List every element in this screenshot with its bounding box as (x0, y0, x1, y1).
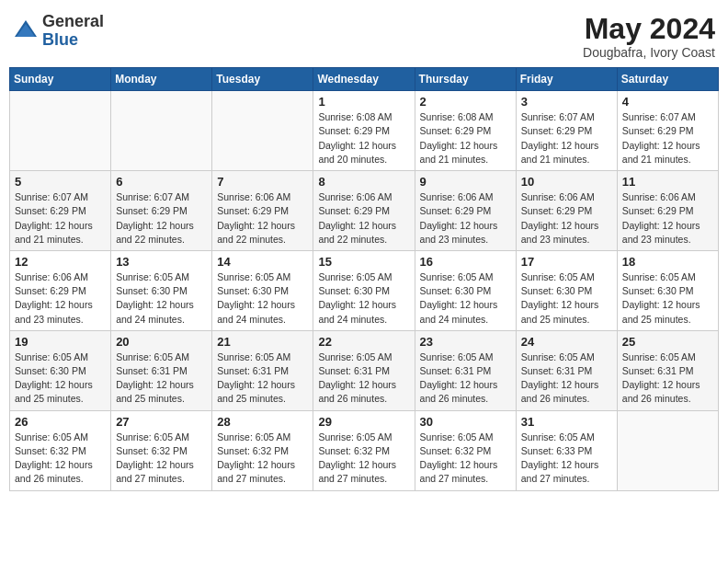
calendar-cell: 30Sunrise: 6:05 AM Sunset: 6:32 PM Dayli… (415, 410, 516, 490)
day-number: 17 (521, 255, 612, 269)
day-info: Sunrise: 6:05 AM Sunset: 6:30 PM Dayligh… (622, 270, 713, 327)
calendar-cell: 10Sunrise: 6:06 AM Sunset: 6:29 PM Dayli… (516, 171, 617, 251)
month-year: May 2024 (583, 13, 715, 45)
day-info: Sunrise: 6:05 AM Sunset: 6:31 PM Dayligh… (420, 350, 511, 407)
calendar-cell (111, 91, 212, 171)
logo: General Blue (13, 13, 104, 50)
header-wednesday: Wednesday (313, 68, 415, 91)
day-info: Sunrise: 6:06 AM Sunset: 6:29 PM Dayligh… (318, 190, 409, 247)
day-info: Sunrise: 6:05 AM Sunset: 6:32 PM Dayligh… (318, 431, 409, 487)
calendar-cell: 28Sunrise: 6:05 AM Sunset: 6:32 PM Dayli… (212, 410, 313, 490)
calendar-cell: 1Sunrise: 6:08 AM Sunset: 6:29 PM Daylig… (313, 91, 415, 171)
calendar-cell: 15Sunrise: 6:05 AM Sunset: 6:30 PM Dayli… (313, 250, 415, 330)
day-number: 10 (521, 175, 612, 189)
day-number: 13 (116, 255, 207, 269)
calendar-cell: 7Sunrise: 6:06 AM Sunset: 6:29 PM Daylig… (212, 171, 313, 251)
week-row-4: 26Sunrise: 6:05 AM Sunset: 6:32 PM Dayli… (10, 410, 719, 490)
day-number: 12 (15, 255, 106, 269)
calendar-cell: 23Sunrise: 6:05 AM Sunset: 6:31 PM Dayli… (415, 330, 516, 410)
day-info: Sunrise: 6:06 AM Sunset: 6:29 PM Dayligh… (420, 190, 511, 247)
calendar-cell: 9Sunrise: 6:06 AM Sunset: 6:29 PM Daylig… (415, 171, 516, 251)
day-number: 1 (318, 95, 409, 109)
day-number: 9 (420, 175, 511, 189)
day-info: Sunrise: 6:05 AM Sunset: 6:32 PM Dayligh… (15, 431, 106, 487)
calendar-cell: 3Sunrise: 6:07 AM Sunset: 6:29 PM Daylig… (516, 91, 617, 171)
header-tuesday: Tuesday (212, 68, 313, 91)
day-info: Sunrise: 6:05 AM Sunset: 6:31 PM Dayligh… (217, 350, 308, 407)
calendar-cell: 18Sunrise: 6:05 AM Sunset: 6:30 PM Dayli… (617, 250, 718, 330)
day-number: 22 (318, 335, 409, 349)
day-info: Sunrise: 6:05 AM Sunset: 6:30 PM Dayligh… (420, 270, 511, 327)
day-info: Sunrise: 6:05 AM Sunset: 6:32 PM Dayligh… (420, 431, 511, 487)
calendar-cell: 19Sunrise: 6:05 AM Sunset: 6:30 PM Dayli… (10, 330, 111, 410)
day-number: 24 (521, 335, 612, 349)
calendar-cell: 11Sunrise: 6:06 AM Sunset: 6:29 PM Dayli… (617, 171, 718, 251)
week-row-3: 19Sunrise: 6:05 AM Sunset: 6:30 PM Dayli… (10, 330, 719, 410)
day-number: 5 (15, 175, 106, 189)
calendar-cell: 8Sunrise: 6:06 AM Sunset: 6:29 PM Daylig… (313, 171, 415, 251)
logo-general: General (42, 13, 104, 31)
day-info: Sunrise: 6:05 AM Sunset: 6:31 PM Dayligh… (521, 350, 612, 407)
day-info: Sunrise: 6:08 AM Sunset: 6:29 PM Dayligh… (420, 110, 511, 167)
header-friday: Friday (516, 68, 617, 91)
logo-text: General Blue (42, 13, 104, 50)
day-number: 4 (622, 95, 713, 109)
day-number: 8 (318, 175, 409, 189)
logo-blue: Blue (42, 31, 104, 50)
day-info: Sunrise: 6:05 AM Sunset: 6:30 PM Dayligh… (521, 270, 612, 327)
calendar-cell: 13Sunrise: 6:05 AM Sunset: 6:30 PM Dayli… (111, 250, 212, 330)
day-number: 7 (217, 175, 308, 189)
day-number: 2 (420, 95, 511, 109)
calendar-cell: 31Sunrise: 6:05 AM Sunset: 6:33 PM Dayli… (516, 410, 617, 490)
day-info: Sunrise: 6:06 AM Sunset: 6:29 PM Dayligh… (15, 270, 106, 327)
day-info: Sunrise: 6:05 AM Sunset: 6:30 PM Dayligh… (318, 270, 409, 327)
day-info: Sunrise: 6:07 AM Sunset: 6:29 PM Dayligh… (116, 190, 207, 247)
calendar-cell: 27Sunrise: 6:05 AM Sunset: 6:32 PM Dayli… (111, 410, 212, 490)
title-block: May 2024 Dougbafra, Ivory Coast (583, 13, 715, 60)
calendar-table: SundayMondayTuesdayWednesdayThursdayFrid… (9, 67, 719, 490)
calendar-cell: 12Sunrise: 6:06 AM Sunset: 6:29 PM Dayli… (10, 250, 111, 330)
header-monday: Monday (111, 68, 212, 91)
day-number: 19 (15, 335, 106, 349)
week-row-2: 12Sunrise: 6:06 AM Sunset: 6:29 PM Dayli… (10, 250, 719, 330)
days-header-row: SundayMondayTuesdayWednesdayThursdayFrid… (10, 68, 719, 91)
calendar-cell: 22Sunrise: 6:05 AM Sunset: 6:31 PM Dayli… (313, 330, 415, 410)
calendar-cell: 21Sunrise: 6:05 AM Sunset: 6:31 PM Dayli… (212, 330, 313, 410)
logo-icon (13, 18, 39, 44)
calendar-cell: 14Sunrise: 6:05 AM Sunset: 6:30 PM Dayli… (212, 250, 313, 330)
day-info: Sunrise: 6:08 AM Sunset: 6:29 PM Dayligh… (318, 110, 409, 167)
day-number: 21 (217, 335, 308, 349)
calendar-cell: 2Sunrise: 6:08 AM Sunset: 6:29 PM Daylig… (415, 91, 516, 171)
calendar-cell (617, 410, 718, 490)
day-info: Sunrise: 6:05 AM Sunset: 6:31 PM Dayligh… (318, 350, 409, 407)
calendar-cell: 17Sunrise: 6:05 AM Sunset: 6:30 PM Dayli… (516, 250, 617, 330)
day-info: Sunrise: 6:06 AM Sunset: 6:29 PM Dayligh… (521, 190, 612, 247)
day-number: 28 (217, 415, 308, 429)
day-info: Sunrise: 6:06 AM Sunset: 6:29 PM Dayligh… (622, 190, 713, 247)
calendar-cell: 24Sunrise: 6:05 AM Sunset: 6:31 PM Dayli… (516, 330, 617, 410)
day-number: 18 (622, 255, 713, 269)
day-info: Sunrise: 6:07 AM Sunset: 6:29 PM Dayligh… (521, 110, 612, 167)
day-info: Sunrise: 6:05 AM Sunset: 6:31 PM Dayligh… (622, 350, 713, 407)
day-info: Sunrise: 6:05 AM Sunset: 6:31 PM Dayligh… (116, 350, 207, 407)
calendar-cell (10, 91, 111, 171)
day-number: 26 (15, 415, 106, 429)
day-number: 11 (622, 175, 713, 189)
day-info: Sunrise: 6:05 AM Sunset: 6:32 PM Dayligh… (116, 431, 207, 487)
week-row-1: 5Sunrise: 6:07 AM Sunset: 6:29 PM Daylig… (10, 171, 719, 251)
header-saturday: Saturday (617, 68, 718, 91)
day-number: 16 (420, 255, 511, 269)
day-number: 3 (521, 95, 612, 109)
day-number: 23 (420, 335, 511, 349)
page-header: General Blue May 2024 Dougbafra, Ivory C… (9, 9, 719, 60)
day-info: Sunrise: 6:07 AM Sunset: 6:29 PM Dayligh… (622, 110, 713, 167)
location: Dougbafra, Ivory Coast (583, 45, 715, 60)
day-number: 6 (116, 175, 207, 189)
header-thursday: Thursday (415, 68, 516, 91)
calendar-cell: 4Sunrise: 6:07 AM Sunset: 6:29 PM Daylig… (617, 91, 718, 171)
day-number: 15 (318, 255, 409, 269)
calendar-cell: 25Sunrise: 6:05 AM Sunset: 6:31 PM Dayli… (617, 330, 718, 410)
day-info: Sunrise: 6:06 AM Sunset: 6:29 PM Dayligh… (217, 190, 308, 247)
calendar-cell: 29Sunrise: 6:05 AM Sunset: 6:32 PM Dayli… (313, 410, 415, 490)
header-sunday: Sunday (10, 68, 111, 91)
